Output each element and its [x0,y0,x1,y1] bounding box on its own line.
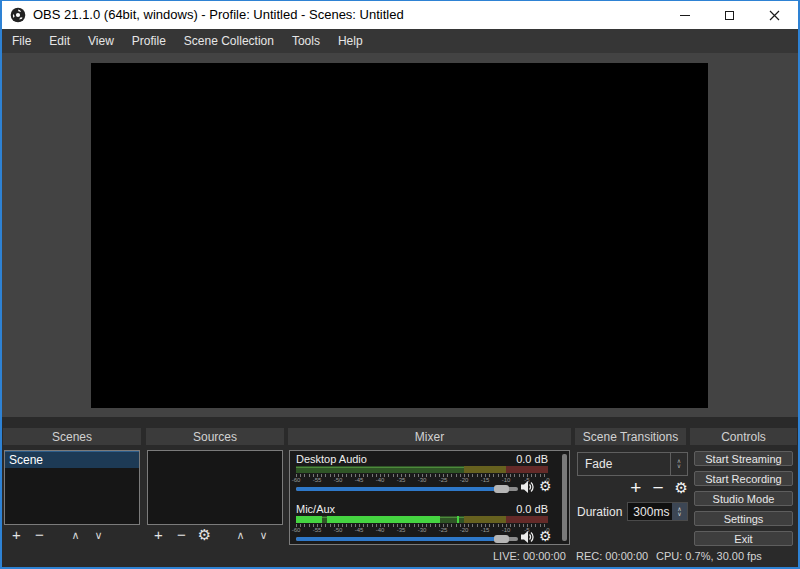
menu-item-file[interactable]: File [3,29,40,53]
mute-speaker-icon[interactable] [520,530,535,544]
status-rec: REC: 00:00:00 [576,550,648,562]
remove-transition-button[interactable]: − [652,478,663,498]
remove-button[interactable]: − [174,526,189,544]
status-live: LIVE: 00:00:00 [493,550,566,562]
volume-slider-fill [296,537,502,541]
mute-speaker-icon[interactable] [520,480,535,494]
volume-meter-peak [457,516,459,523]
window-title: OBS 21.1.0 (64bit, windows) - Profile: U… [33,7,404,22]
scenes-list[interactable]: Scene [4,450,140,525]
move-down-button[interactable]: ∨ [256,526,271,544]
scene-list-item[interactable]: Scene [5,451,139,468]
volume-meter-level [296,516,322,523]
menu-item-tools[interactable]: Tools [283,29,329,53]
mixer-panel-header[interactable]: Mixer [288,428,571,445]
settings-button[interactable]: Settings [694,511,793,526]
maximize-button[interactable] [707,1,752,29]
minimize-button[interactable] [662,1,707,29]
chevron-down-icon: ∨ [677,464,681,469]
volume-meter [296,466,548,473]
move-down-button[interactable]: ∨ [91,526,106,544]
duration-label: Duration [577,505,622,519]
channel-volume-db: 0.0 dB [296,453,548,465]
transition-properties-button[interactable]: ⚙ [675,479,688,497]
volume-slider[interactable] [296,533,518,545]
chevron-down-icon: ∨ [677,512,681,517]
menu-item-profile[interactable]: Profile [123,29,175,53]
obs-logo-icon [10,7,26,23]
channel-settings-gear-icon[interactable]: ⚙ [539,528,552,544]
minimize-icon [680,15,690,16]
add-button[interactable]: + [9,526,24,544]
volume-slider-handle[interactable] [494,535,509,543]
start-streaming-button[interactable]: Start Streaming [694,451,793,466]
duration-spinner[interactable]: ∧ ∨ [672,503,687,520]
channel-settings-gear-icon[interactable]: ⚙ [539,478,552,494]
sources-panel-header[interactable]: Sources [146,428,284,445]
transition-selected-value: Fade [578,457,670,471]
duration-value: 300ms [628,505,672,519]
mixer-panel: Desktop Audio0.0 dB-60-55-50-45-40-35-30… [289,450,570,545]
move-up-button[interactable]: ∧ [233,526,248,544]
volume-slider-handle[interactable] [494,485,509,493]
menu-bar: FileEditViewProfileScene CollectionTools… [0,29,800,53]
title-bar[interactable]: OBS 21.1.0 (64bit, windows) - Profile: U… [0,0,800,29]
maximize-icon [725,11,734,20]
channel-volume-db: 0.0 dB [296,503,548,515]
duration-spinbox[interactable]: 300ms ∧ ∨ [627,502,688,521]
menu-item-scene-collection[interactable]: Scene Collection [175,29,283,53]
menu-item-help[interactable]: Help [329,29,372,53]
studio-mode-button[interactable]: Studio Mode [694,491,793,506]
status-cpu-fps: CPU: 0.7%, 30.00 fps [656,550,762,562]
sources-toolbar: +−⚙∧∨ [151,526,279,544]
close-button[interactable] [752,1,797,29]
scenes-panel-header[interactable]: Scenes [3,428,141,445]
duration-row: Duration 300ms ∧ ∨ [577,502,688,521]
mixer-scrollbar[interactable] [562,454,567,541]
add-button[interactable]: + [151,526,166,544]
window-controls [662,1,797,29]
scenes-toolbar: +−∧∨ [9,526,114,544]
mixer-channel-mic-aux: Mic/Aux0.0 dB-60-55-50-45-40-35-30-25-20… [296,503,554,549]
exit-button[interactable]: Exit [694,531,793,546]
scene-transitions-panel-header[interactable]: Scene Transitions [575,428,686,445]
volume-meter-track [296,466,548,473]
close-icon [769,10,780,21]
mixer-channel-desktop-audio: Desktop Audio0.0 dB-60-55-50-45-40-35-30… [296,453,554,499]
transition-toolbar: + − ⚙ [577,477,688,499]
transition-select-spinner[interactable]: ∧ ∨ [670,453,687,475]
start-recording-button[interactable]: Start Recording [694,471,793,486]
volume-slider[interactable] [296,483,518,495]
transition-select[interactable]: Fade ∧ ∨ [577,452,688,476]
remove-button[interactable]: − [32,526,47,544]
volume-slider-fill [296,487,502,491]
preview-area [0,53,800,417]
volume-meter [296,516,548,523]
menu-item-edit[interactable]: Edit [40,29,79,53]
sources-list[interactable] [147,450,283,525]
controls-panel-header[interactable]: Controls [690,428,797,445]
volume-meter-level [327,516,440,523]
obs-window: OBS 21.1.0 (64bit, windows) - Profile: U… [0,0,800,569]
move-up-button[interactable]: ∧ [68,526,83,544]
program-canvas[interactable] [91,63,708,408]
add-transition-button[interactable]: + [630,478,641,498]
menu-item-view[interactable]: View [79,29,123,53]
properties-button[interactable]: ⚙ [197,526,212,544]
